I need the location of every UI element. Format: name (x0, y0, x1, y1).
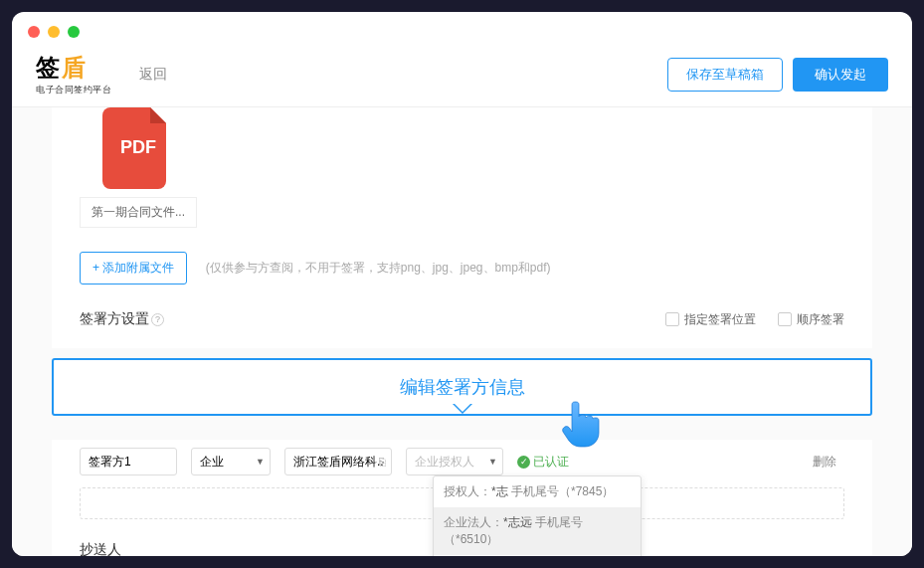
close-window-icon[interactable] (28, 26, 40, 38)
check-icon: ✓ (517, 456, 530, 469)
add-attachment-button[interactable]: + 添加附属文件 (80, 252, 187, 284)
header-actions: 保存至草稿箱 确认发起 (667, 58, 888, 92)
signer-title: 签署方设置 ? (80, 310, 164, 328)
delete-signer-button[interactable]: 删除 (813, 454, 836, 471)
signer-name-input[interactable] (80, 448, 177, 475)
dropdown-item[interactable]: 授权人：*志 手机尾号（*7845） (434, 476, 641, 507)
signer-options: 指定签署位置 顺序签署 (665, 311, 844, 328)
logo-subtitle: 电子合同签约平台 (36, 84, 111, 96)
back-link[interactable]: 返回 (139, 66, 167, 84)
attachment-hint: (仅供参与方查阅，不用于签署，支持png、jpg、jpeg、bmp和pdf) (206, 261, 551, 275)
confirm-send-button[interactable]: 确认发起 (793, 58, 888, 92)
authorizer-dropdown: 授权人：*志 手机尾号（*7845） 企业法人：*志远 手机尾号（*6510） … (433, 475, 642, 556)
traffic-lights (12, 12, 912, 38)
assign-position-checkbox[interactable]: 指定签署位置 (665, 311, 756, 328)
logo-title: 签盾 (36, 52, 111, 84)
signer-authorizer-select[interactable] (406, 448, 503, 475)
window: 签盾 电子合同签约平台 返回 保存至草稿箱 确认发起 PDF 第一期合同文件..… (12, 12, 912, 556)
pdf-icon: PDF (102, 107, 174, 189)
edit-signer-info-button[interactable]: 编辑签署方信息 (52, 358, 872, 416)
maximize-window-icon[interactable] (68, 26, 80, 38)
header: 签盾 电子合同签约平台 返回 保存至草稿箱 确认发起 (12, 38, 912, 107)
save-draft-button[interactable]: 保存至草稿箱 (667, 58, 783, 92)
sequential-sign-checkbox[interactable]: 顺序签署 (778, 311, 844, 328)
panel: PDF 第一期合同文件... + 添加附属文件 (仅供参与方查阅，不用于签署，支… (52, 107, 872, 348)
signer-section-header: 签署方设置 ? 指定签署位置 顺序签署 (80, 310, 844, 328)
dropdown-item[interactable]: 授权人：**图布 手机尾号（*6510） (434, 555, 641, 556)
signer-company-input[interactable] (284, 448, 392, 475)
minimize-window-icon[interactable] (48, 26, 60, 38)
svg-text:PDF: PDF (120, 137, 156, 157)
file-name: 第一期合同文件... (80, 197, 197, 228)
contact-icon: ⎘ (379, 456, 386, 468)
panel2: ▼ ⎘ ▼ ✓ 已认证 删除 授权人：*志 手机尾号（*7845） 企业 (52, 440, 872, 556)
file-card[interactable]: PDF 第一期合同文件... (80, 107, 197, 228)
content: PDF 第一期合同文件... + 添加附属文件 (仅供参与方查阅，不用于签署，支… (12, 107, 912, 556)
signer-type-select[interactable] (191, 448, 271, 475)
dropdown-item[interactable]: 企业法人：*志远 手机尾号（*6510） (434, 507, 641, 555)
verified-badge: ✓ 已认证 (517, 454, 569, 471)
help-icon[interactable]: ? (151, 313, 164, 326)
logo: 签盾 电子合同签约平台 (36, 52, 111, 96)
pointer-cursor-icon (561, 398, 601, 448)
